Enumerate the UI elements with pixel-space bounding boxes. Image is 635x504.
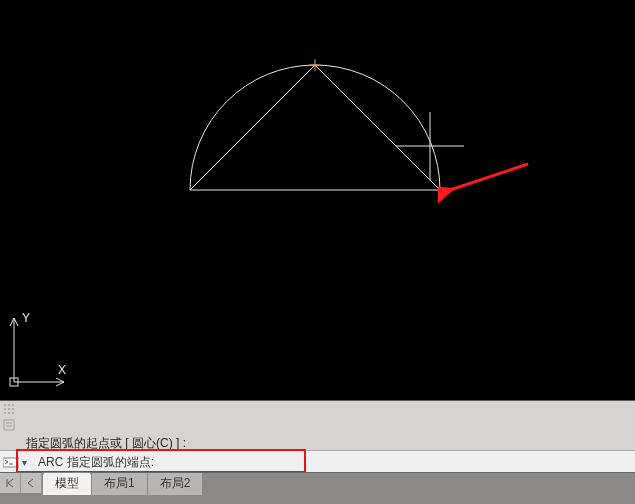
ucs-x-label: X <box>58 363 66 377</box>
tab-layout1[interactable]: 布局1 <box>92 473 148 495</box>
annotation-arrow <box>438 158 538 204</box>
svg-point-17 <box>12 412 14 414</box>
drawing-canvas[interactable]: X Y <box>0 0 635 400</box>
svg-rect-18 <box>4 420 14 430</box>
tab-scroll-start-icon[interactable] <box>0 473 21 493</box>
svg-point-11 <box>12 404 14 406</box>
command-panel: 指定圆弧的起点或 [ 圆心(C) ] : 指定圆弧的第二个点或 [ 圆心(C)/… <box>0 400 635 473</box>
tab-label: 布局2 <box>160 476 191 490</box>
svg-point-15 <box>4 412 6 414</box>
layout-tabs-bar: 模型 布局1 布局2 <box>0 472 635 504</box>
svg-point-16 <box>8 412 10 414</box>
annotation-highlight-box <box>16 449 306 473</box>
panel-options-icon[interactable] <box>0 417 18 433</box>
svg-point-10 <box>8 404 10 406</box>
svg-point-13 <box>8 408 10 410</box>
ucs-icon: X Y <box>8 308 72 388</box>
tab-label: 布局1 <box>104 476 135 490</box>
tab-scroll-prev-icon[interactable] <box>21 473 42 493</box>
svg-point-9 <box>4 404 6 406</box>
svg-line-5 <box>450 164 528 190</box>
drawing-vector <box>0 0 635 400</box>
panel-grip-icon[interactable] <box>0 401 18 417</box>
tab-layout2[interactable]: 布局2 <box>148 473 204 495</box>
svg-point-12 <box>4 408 6 410</box>
tab-model[interactable]: 模型 <box>42 472 92 495</box>
ucs-y-label: Y <box>22 311 30 325</box>
tab-label: 模型 <box>55 476 79 490</box>
svg-point-14 <box>12 408 14 410</box>
